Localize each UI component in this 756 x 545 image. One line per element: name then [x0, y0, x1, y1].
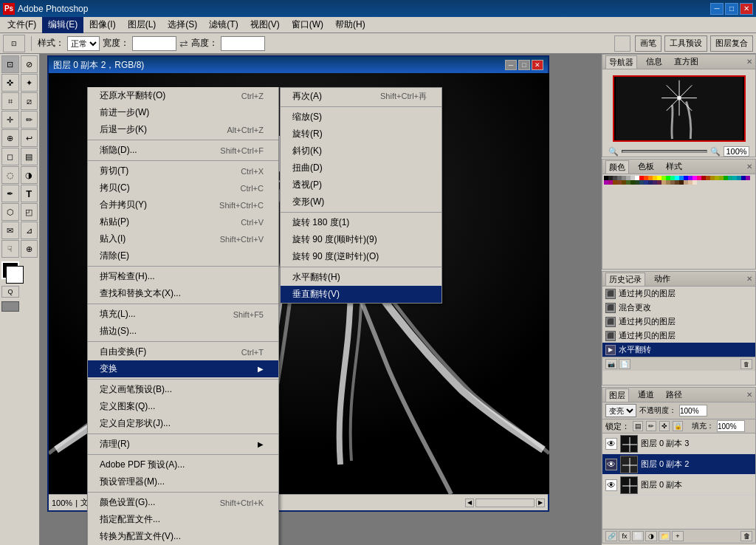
transform-again[interactable]: 再次(A)Shift+Ctrl+再 [281, 88, 441, 105]
zoom-in-icon[interactable]: 🔍 [710, 147, 721, 157]
transform-flip-v[interactable]: 垂直翻转(V) [281, 286, 441, 303]
transform-rotate90cw[interactable]: 旋转 90 度(顺时针)(9) [281, 231, 441, 248]
blend-mode-select[interactable]: 变亮 [605, 404, 636, 417]
transform-scale[interactable]: 缩放(S) [281, 109, 441, 126]
zoom-slider[interactable] [622, 150, 707, 153]
transform-distort[interactable]: 扭曲(D) [281, 160, 441, 176]
height-input[interactable] [221, 36, 265, 51]
tool-move[interactable]: ✜ [1, 74, 19, 92]
layer-fx[interactable]: fx [619, 531, 630, 541]
menu-assign-profile[interactable]: 指定配置文件... [88, 511, 278, 528]
history-close[interactable]: ✕ [746, 275, 752, 283]
menu-image[interactable]: 图像(I) [83, 17, 121, 33]
menu-fill[interactable]: 填充(L)...Shift+F5 [88, 306, 278, 323]
tool-crop[interactable]: ⌗ [1, 92, 19, 110]
menu-stroke[interactable]: 描边(S)... [88, 323, 278, 340]
layer-adjustment[interactable]: ◑ [645, 531, 657, 541]
layer-row-1[interactable]: 👁 图层 0 副本 [602, 475, 755, 496]
tab-swatches[interactable]: 色板 [635, 160, 657, 173]
layer-link[interactable]: 🔗 [605, 531, 617, 541]
layer-group[interactable]: 📁 [659, 531, 670, 541]
menu-paste[interactable]: 粘贴(P)Ctrl+V [88, 213, 278, 230]
menu-define-brush[interactable]: 定义画笔预设(B)... [88, 381, 278, 398]
menu-view[interactable]: 视图(V) [244, 17, 286, 33]
doc-minimize[interactable]: ─ [505, 60, 517, 70]
tab-layers[interactable]: 图层 [605, 388, 629, 402]
marquee-tool[interactable]: ⊡ [3, 35, 25, 52]
tab-actions[interactable]: 动作 [651, 272, 673, 285]
navigator-close[interactable]: ✕ [746, 58, 752, 66]
menu-window[interactable]: 窗口(W) [286, 17, 329, 33]
width-input[interactable] [132, 36, 176, 51]
tool-heal[interactable]: ✛ [1, 111, 19, 128]
menu-filter[interactable]: 滤镜(T) [203, 17, 244, 33]
layer-vis-3[interactable]: 👁 [605, 438, 617, 450]
layer-row-3[interactable]: 👁 图层 0 副本 3 [602, 433, 755, 454]
tool-eraser[interactable]: ◻ [1, 148, 19, 165]
tool-history[interactable]: ↩ [21, 129, 38, 147]
tool-brush[interactable]: ✏ [21, 111, 38, 128]
menu-pdf-preset[interactable]: Adobe PDF 预设(A)... [88, 456, 278, 473]
tab-histogram[interactable]: 直方图 [671, 55, 701, 68]
history-item-4[interactable]: ⬛ 通过拷贝的图层 [602, 329, 755, 343]
layer-vis-1[interactable]: 👁 [605, 479, 617, 491]
menu-free-transform[interactable]: 自由变换(F)Ctrl+T [88, 343, 278, 360]
tool-lasso[interactable]: ⊘ [21, 55, 38, 73]
history-new-snapshot[interactable]: 📷 [605, 359, 617, 369]
history-item-2[interactable]: ⬛ 混合更改 [602, 301, 755, 315]
fill-input[interactable] [717, 420, 745, 432]
menu-step-forward[interactable]: 前进一步(W) [88, 104, 278, 121]
menu-paste-into[interactable]: 贴入(I)Shift+Ctrl+V [88, 230, 278, 247]
menu-define-shape[interactable]: 定义自定形状(J)... [88, 415, 278, 432]
transform-rotate[interactable]: 旋转(R) [281, 126, 441, 143]
screen-mode[interactable] [1, 301, 19, 312]
tab-channels[interactable]: 通道 [635, 388, 657, 401]
quick-mask-btn[interactable]: Q [1, 286, 19, 298]
zoom-out-icon[interactable]: 🔍 [608, 147, 619, 157]
menu-edit[interactable]: 编辑(E) [42, 17, 83, 33]
colors-close[interactable]: ✕ [746, 162, 752, 171]
transform-perspective[interactable]: 透视(P) [281, 176, 441, 193]
history-item-5[interactable]: ▶ 水平翻转 [602, 343, 755, 357]
menu-define-pattern[interactable]: 定义图案(Q)... [88, 398, 278, 415]
tab-styles[interactable]: 样式 [663, 160, 685, 173]
menu-transform[interactable]: 变换▶ [88, 360, 278, 377]
foreground-color[interactable] [1, 261, 19, 279]
transform-flip-h[interactable]: 水平翻转(H) [281, 269, 441, 286]
doc-close[interactable]: ✕ [532, 60, 543, 70]
menu-preset-manager[interactable]: 预设管理器(M)... [88, 473, 278, 490]
layers-close[interactable]: ✕ [746, 391, 752, 399]
menu-file[interactable]: 文件(F) [1, 17, 42, 33]
layer-comp-button[interactable]: 图层复合 [710, 35, 753, 52]
close-button[interactable]: ✕ [740, 3, 753, 15]
tool-preset-button[interactable]: 工具预设 [664, 35, 707, 52]
tab-navigator[interactable]: 导航器 [605, 55, 637, 69]
history-item-3[interactable]: ⬛ 通过拷贝的图层 [602, 315, 755, 329]
menu-purge[interactable]: 清理(R)▶ [88, 436, 278, 453]
menu-spell-check[interactable]: 拼写检查(H)... [88, 268, 278, 285]
tool-hand[interactable]: ☟ [1, 240, 19, 258]
transform-rotate90ccw[interactable]: 旋转 90 度(逆时针)(O) [281, 248, 441, 265]
layer-delete[interactable]: 🗑 [740, 531, 752, 541]
tool-marquee[interactable]: ⊡ [1, 55, 19, 73]
tool-zoom[interactable]: ⊕ [21, 240, 38, 258]
menu-find-replace[interactable]: 查找和替换文本(X)... [88, 285, 278, 302]
style-select[interactable]: 正常 [67, 36, 100, 51]
zoom-value[interactable] [724, 146, 749, 157]
history-delete[interactable]: 🗑 [740, 359, 752, 369]
menu-merge-copy[interactable]: 合并拷贝(Y)Shift+Ctrl+C [88, 196, 278, 213]
tool-type[interactable]: T [21, 185, 38, 202]
menu-layer[interactable]: 图层(L) [122, 17, 162, 33]
menu-copy[interactable]: 拷贝(C)Ctrl+C [88, 179, 278, 196]
layer-vis-2[interactable]: 👁 [605, 459, 617, 470]
doc-maximize[interactable]: □ [518, 60, 530, 70]
scrollbar-h[interactable] [475, 498, 535, 507]
tool-stamp[interactable]: ⊕ [1, 129, 19, 147]
transform-warp[interactable]: 变形(W) [281, 193, 441, 210]
brushes-button[interactable]: 画笔 [635, 35, 662, 52]
transform-rotate180[interactable]: 旋转 180 度(1) [281, 214, 441, 231]
lock-position[interactable]: ✜ [659, 421, 670, 431]
maximize-button[interactable]: □ [725, 3, 738, 15]
minimize-button[interactable]: ─ [710, 3, 724, 15]
tab-colors[interactable]: 颜色 [605, 160, 629, 174]
